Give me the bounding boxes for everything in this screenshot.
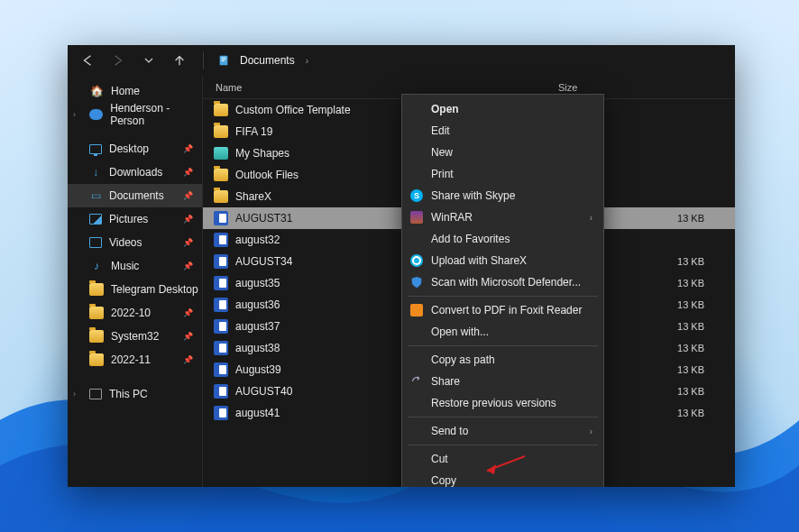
submenu-arrow-icon: › bbox=[590, 427, 592, 436]
up-button[interactable] bbox=[169, 50, 190, 71]
picture-icon bbox=[89, 214, 102, 225]
foxit-icon bbox=[409, 303, 424, 317]
music-icon: ♪ bbox=[89, 259, 104, 273]
col-size[interactable]: Size bbox=[546, 82, 735, 93]
folder-icon bbox=[214, 104, 228, 116]
cloud-icon bbox=[89, 109, 103, 120]
ctx-restore[interactable]: Restore previous versions bbox=[402, 392, 603, 414]
word-doc-icon bbox=[214, 276, 228, 290]
sidebar: 🏠Home ›Henderson - Person Desktop📌 ↓Down… bbox=[68, 76, 203, 487]
word-doc-icon bbox=[214, 298, 228, 312]
ctx-separator bbox=[408, 345, 598, 346]
pin-icon: 📌 bbox=[183, 238, 193, 247]
winrar-icon bbox=[409, 210, 424, 225]
folder-icon bbox=[89, 307, 104, 319]
sidebar-item-folder[interactable]: 2022-11📌 bbox=[68, 348, 202, 371]
svg-rect-2 bbox=[221, 59, 225, 60]
ctx-separator bbox=[408, 445, 598, 445]
ctx-share[interactable]: Share bbox=[402, 371, 603, 392]
svg-rect-3 bbox=[221, 60, 225, 61]
desktop-icon bbox=[89, 144, 102, 154]
ctx-favorites[interactable]: Add to Favorites bbox=[402, 228, 603, 250]
sharex-icon bbox=[409, 253, 424, 268]
recent-dropdown[interactable] bbox=[138, 50, 160, 71]
folder-icon bbox=[214, 169, 228, 181]
sidebar-item-home[interactable]: 🏠Home bbox=[68, 79, 202, 103]
ctx-separator bbox=[408, 296, 598, 297]
ctx-open[interactable]: Open bbox=[402, 98, 603, 120]
pin-icon: 📌 bbox=[183, 144, 193, 153]
ctx-separator bbox=[408, 417, 598, 417]
share-icon bbox=[409, 374, 424, 389]
pin-icon: 📌 bbox=[183, 191, 193, 200]
folder-icon bbox=[89, 353, 104, 366]
ctx-cut[interactable]: Cut bbox=[402, 448, 603, 470]
sidebar-item-desktop[interactable]: Desktop📌 bbox=[68, 137, 202, 161]
sidebar-item-downloads[interactable]: ↓Downloads📌 bbox=[68, 161, 202, 184]
sidebar-item-pictures[interactable]: Pictures📌 bbox=[68, 207, 202, 231]
download-icon: ↓ bbox=[89, 166, 102, 179]
ctx-new[interactable]: New bbox=[402, 142, 603, 163]
forward-button[interactable] bbox=[107, 50, 129, 71]
chevron-right-icon[interactable]: › bbox=[306, 56, 308, 66]
word-doc-icon bbox=[214, 254, 228, 269]
breadcrumb-current[interactable]: Documents bbox=[240, 54, 295, 67]
folder-icon bbox=[214, 190, 228, 203]
sidebar-item-thispc[interactable]: ›This PC bbox=[68, 382, 202, 406]
ctx-winrar[interactable]: WinRAR› bbox=[402, 206, 603, 228]
word-doc-icon bbox=[214, 319, 228, 334]
ctx-sendto[interactable]: Send to› bbox=[402, 420, 603, 442]
col-name[interactable]: Name bbox=[203, 82, 464, 93]
ctx-openwith[interactable]: Open with... bbox=[402, 321, 603, 343]
word-doc-icon bbox=[214, 211, 228, 225]
submenu-arrow-icon: › bbox=[590, 213, 592, 223]
titlebar: Documents › bbox=[68, 45, 735, 76]
sidebar-item-onedrive[interactable]: ›Henderson - Person bbox=[68, 103, 202, 126]
word-doc-icon bbox=[214, 362, 228, 377]
svg-rect-1 bbox=[221, 58, 225, 59]
word-doc-icon bbox=[214, 233, 228, 247]
skype-icon: S bbox=[409, 188, 424, 203]
context-menu: Open Edit New Print SShare with Skype Wi… bbox=[401, 94, 604, 487]
sidebar-item-telegram[interactable]: Telegram Desktop bbox=[68, 278, 202, 301]
folder-icon bbox=[214, 147, 228, 160]
back-button[interactable] bbox=[77, 50, 98, 71]
video-icon bbox=[89, 237, 102, 248]
pin-icon: 📌 bbox=[183, 332, 193, 341]
folder-icon bbox=[214, 125, 228, 138]
pin-icon: 📌 bbox=[183, 215, 193, 224]
ctx-edit[interactable]: Edit bbox=[402, 120, 603, 142]
sidebar-item-documents[interactable]: ▭Documents📌 bbox=[68, 184, 202, 207]
sidebar-item-music[interactable]: ♪Music📌 bbox=[68, 254, 202, 278]
pc-icon bbox=[89, 389, 102, 399]
home-icon: 🏠 bbox=[89, 84, 104, 98]
ctx-copypath[interactable]: Copy as path bbox=[402, 349, 603, 371]
folder-icon bbox=[89, 330, 104, 343]
chevron-right-icon[interactable]: › bbox=[73, 110, 76, 119]
defender-icon bbox=[409, 275, 424, 289]
ctx-sharex[interactable]: Upload with ShareX bbox=[402, 250, 603, 271]
separator bbox=[203, 51, 204, 69]
word-doc-icon bbox=[214, 384, 228, 399]
ctx-skype[interactable]: SShare with Skype bbox=[402, 185, 603, 206]
ctx-foxit[interactable]: Convert to PDF in Foxit Reader bbox=[402, 299, 603, 321]
sidebar-item-folder[interactable]: System32📌 bbox=[68, 325, 202, 348]
sidebar-item-videos[interactable]: Videos📌 bbox=[68, 231, 202, 254]
pin-icon: 📌 bbox=[183, 308, 193, 317]
pin-icon: 📌 bbox=[183, 261, 193, 271]
ctx-print[interactable]: Print bbox=[402, 163, 603, 185]
word-doc-icon bbox=[214, 406, 228, 420]
sidebar-item-folder[interactable]: 2022-10📌 bbox=[68, 301, 202, 325]
chevron-right-icon[interactable]: › bbox=[73, 390, 76, 399]
document-icon: ▭ bbox=[89, 189, 102, 202]
ctx-defender[interactable]: Scan with Microsoft Defender... bbox=[402, 271, 603, 293]
documents-icon bbox=[216, 53, 231, 68]
word-doc-icon bbox=[214, 341, 228, 355]
pin-icon: 📌 bbox=[183, 168, 193, 177]
file-explorer-window: Documents › 🏠Home ›Henderson - Person De… bbox=[68, 45, 735, 487]
folder-icon bbox=[89, 283, 104, 296]
ctx-copy[interactable]: Copy bbox=[402, 470, 603, 487]
pin-icon: 📌 bbox=[183, 355, 193, 364]
